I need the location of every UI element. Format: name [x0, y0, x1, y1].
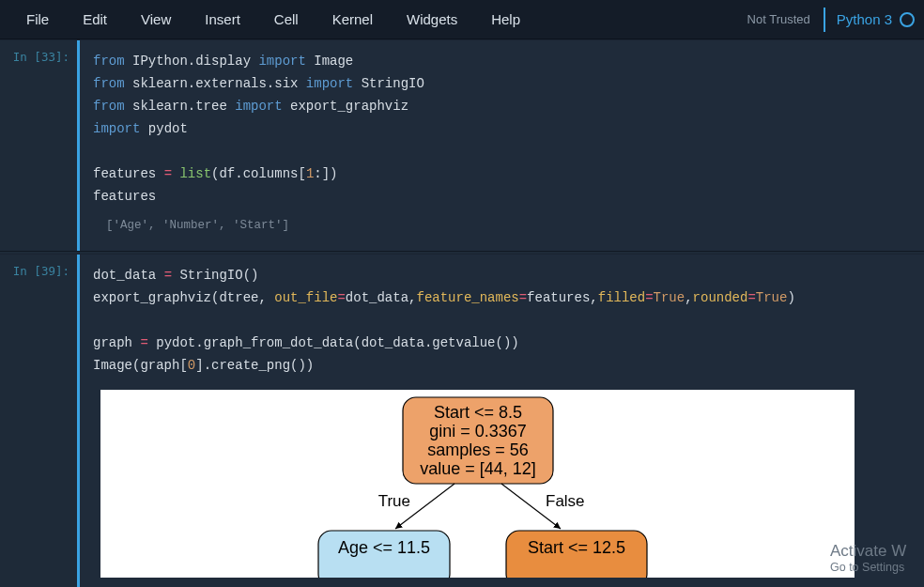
tree-right-node: Start <= 12.5	[506, 531, 647, 578]
svg-text:value = [44, 12]: value = [44, 12]	[420, 459, 536, 478]
menu-help[interactable]: Help	[474, 6, 537, 33]
code-input-area[interactable]: dot_data = StringIO() export_graphviz(dt…	[77, 255, 924, 587]
kernel-indicator[interactable]: Python 3	[825, 11, 915, 27]
svg-text:Age <= 11.5: Age <= 11.5	[337, 538, 429, 557]
input-prompt: In [33]:	[0, 40, 77, 251]
code-editor[interactable]: dot_data = StringIO() export_graphviz(dt…	[93, 264, 911, 377]
svg-text:samples = 56: samples = 56	[427, 440, 529, 459]
menu-cell[interactable]: Cell	[257, 6, 316, 33]
kernel-name: Python 3	[837, 11, 892, 27]
svg-text:gini = 0.3367: gini = 0.3367	[429, 422, 527, 440]
trust-indicator[interactable]: Not Trusted	[747, 8, 825, 32]
code-cell[interactable]: In [39]: dot_data = StringIO() export_gr…	[0, 254, 924, 587]
menu-insert[interactable]: Insert	[188, 6, 257, 33]
kernel-status-icon	[900, 12, 915, 27]
menu-view[interactable]: View	[124, 6, 188, 33]
menubar: File Edit View Insert Cell Kernel Widget…	[0, 0, 924, 39]
edge-label-true: True	[377, 492, 409, 510]
output-area: ['Age', 'Number', 'Start']	[93, 213, 911, 239]
code-input-area[interactable]: from IPython.display import Image from s…	[77, 40, 924, 251]
menu-file[interactable]: File	[9, 6, 66, 33]
menu-edit[interactable]: Edit	[66, 6, 124, 33]
code-editor[interactable]: from IPython.display import Image from s…	[93, 50, 911, 208]
output-image: Start <= 8.5 gini = 0.3367 samples = 56 …	[100, 390, 855, 578]
menu-kernel[interactable]: Kernel	[316, 6, 390, 33]
notebook-container: www.computersciencejunction.in In [33]: …	[0, 39, 924, 587]
svg-text:Start <= 8.5: Start <= 8.5	[433, 403, 521, 422]
tree-left-node: Age <= 11.5	[318, 531, 450, 578]
tree-root-node: Start <= 8.5 gini = 0.3367 samples = 56 …	[403, 397, 553, 484]
output-text: ['Age', 'Number', 'Start']	[93, 213, 289, 239]
menu-widgets[interactable]: Widgets	[390, 6, 474, 33]
code-cell[interactable]: In [33]: from IPython.display import Ima…	[0, 39, 924, 252]
decision-tree-svg: Start <= 8.5 gini = 0.3367 samples = 56 …	[177, 390, 778, 578]
input-prompt: In [39]:	[0, 255, 77, 587]
svg-text:Start <= 12.5: Start <= 12.5	[527, 538, 624, 557]
edge-label-false: False	[546, 492, 585, 510]
